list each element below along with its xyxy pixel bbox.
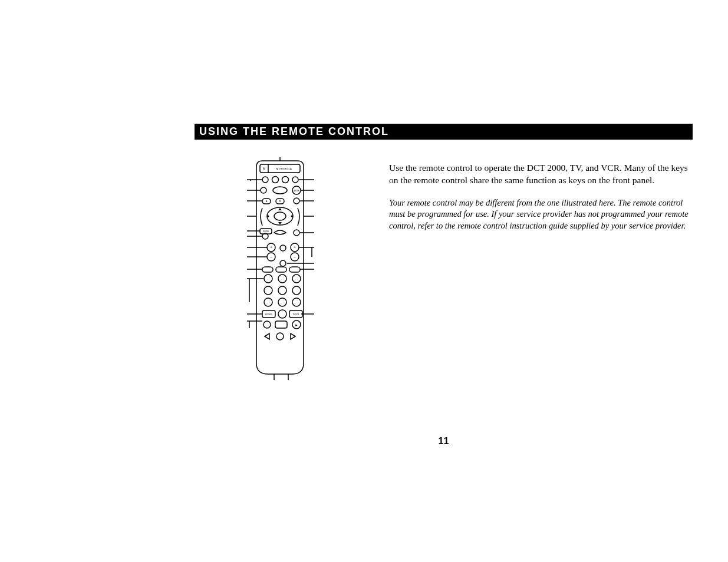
vol-plus: + — [270, 245, 272, 249]
guide-label: GUIDE — [263, 230, 269, 233]
mute-label: MUTE — [294, 190, 299, 192]
ch-plus: + — [294, 245, 296, 249]
section-title: USING THE REMOTE CONTROL — [199, 125, 389, 137]
svg-point-37 — [292, 298, 301, 306]
svg-point-5 — [282, 177, 289, 183]
svg-rect-28 — [289, 267, 300, 272]
svg-point-14 — [274, 212, 286, 220]
svg-rect-42 — [275, 321, 287, 328]
svg-point-29 — [264, 275, 272, 283]
svg-point-25 — [280, 260, 286, 266]
svg-point-16 — [291, 216, 293, 217]
brand-icon-label: M — [263, 167, 265, 170]
svg-point-15 — [268, 216, 269, 217]
play-label: ► — [295, 323, 298, 327]
svg-rect-26 — [262, 267, 273, 272]
svg-point-7 — [261, 187, 266, 193]
b-label: B — [279, 200, 281, 203]
brand-text: MOTOROLA — [276, 167, 292, 170]
svg-point-44 — [276, 333, 284, 340]
svg-point-19 — [294, 230, 299, 236]
svg-point-33 — [278, 286, 286, 295]
svg-point-8 — [273, 187, 287, 194]
svg-point-39 — [278, 310, 286, 318]
svg-point-34 — [292, 286, 301, 295]
svg-point-35 — [264, 298, 272, 306]
bypass-label: BYPASS — [265, 313, 272, 316]
svg-point-32 — [264, 286, 272, 295]
content-row: M MOTOROLA MUTE A B GUIDE + − + − BYPASS… — [195, 157, 693, 381]
svg-point-4 — [272, 177, 279, 183]
svg-point-30 — [278, 275, 286, 283]
tvvcr-label: TV/VCR — [292, 313, 299, 316]
italic-note: Your remote control may be different fro… — [389, 197, 693, 232]
page-number: 11 — [195, 436, 693, 447]
vol-minus: − — [270, 255, 272, 259]
body-paragraph: Use the remote control to operate the DC… — [389, 162, 693, 187]
section-title-bar: USING THE REMOTE CONTROL — [195, 124, 693, 140]
text-column: Use the remote control to operate the DC… — [389, 157, 693, 232]
svg-point-31 — [292, 275, 301, 283]
svg-rect-27 — [276, 267, 286, 272]
ch-minus: − — [294, 255, 296, 259]
svg-point-41 — [263, 321, 271, 328]
svg-point-24 — [280, 245, 286, 251]
svg-point-12 — [294, 198, 299, 204]
remote-illustration-column: M MOTOROLA MUTE A B GUIDE + − + − BYPASS… — [195, 157, 365, 381]
svg-point-3 — [262, 177, 268, 183]
remote-control-illustration: M MOTOROLA MUTE A B GUIDE + − + − BYPASS… — [221, 157, 339, 381]
svg-point-36 — [278, 298, 286, 306]
a-label: A — [266, 200, 268, 203]
svg-point-6 — [292, 177, 298, 183]
